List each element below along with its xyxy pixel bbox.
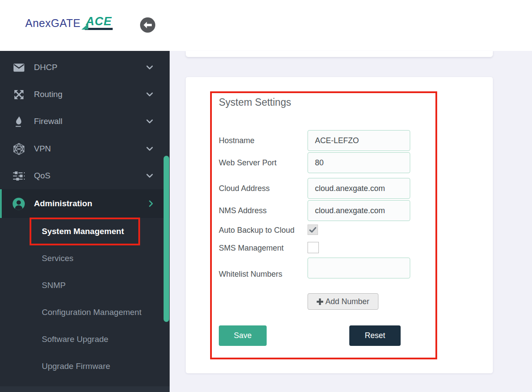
anexgate-ace-logo[interactable]: AnexGATE ACE (25, 16, 113, 30)
envelope-icon (12, 63, 25, 72)
chevron-down-icon (146, 65, 153, 70)
chevron-down-icon (146, 174, 153, 178)
logo-swoosh-shape (81, 23, 88, 30)
cloud-address-label: Cloud Address (219, 184, 270, 193)
sidebar-item-label: QoS (34, 171, 50, 181)
sidebar-item-label: VPN (34, 144, 51, 154)
whitelist-numbers-input[interactable] (308, 258, 410, 278)
sidebar-subitem-label: System Management (42, 227, 124, 236)
sidebar-nav: DHCP Routing (0, 51, 170, 392)
sidebar-subitem-label: Upgrade Firmware (42, 362, 110, 371)
sidebar-item-qos[interactable]: QoS (0, 162, 170, 189)
reset-button[interactable]: Reset (349, 325, 401, 346)
header-bar: AnexGATE ACE (0, 0, 532, 51)
sidebar-subitem-system-management[interactable]: System Management (0, 218, 170, 245)
sidebar-item-dhcp[interactable]: DHCP (0, 54, 170, 81)
sidebar-subitem-software-upgrade[interactable]: Software Upgrade (0, 326, 170, 353)
flame-icon (12, 116, 25, 127)
sms-management-label: SMS Management (219, 243, 284, 253)
sidebar-item-routing[interactable]: Routing (0, 81, 170, 108)
panel-title: System Settings (219, 97, 291, 108)
chevron-down-icon (146, 119, 153, 124)
arrow-left-icon (144, 22, 152, 28)
previous-card-bottom-edge (186, 51, 493, 57)
logo-product-text: ACE (86, 15, 112, 28)
whitelist-numbers-label: Whitelist Numbers (219, 269, 282, 279)
back-button[interactable] (140, 17, 155, 33)
crossing-arrows-icon (12, 89, 25, 100)
sidebar-item-vpn[interactable]: VPN (0, 135, 170, 162)
sidebar-item-administration[interactable]: Administration (0, 189, 170, 218)
nms-address-input[interactable] (308, 200, 410, 221)
web-server-port-label: Web Server Port (219, 158, 277, 168)
sidebar-subitem-label: SNMP (42, 281, 66, 290)
sidebar-subitem-upgrade-firmware[interactable]: Upgrade Firmware (0, 353, 170, 380)
sidebar-subitem-label: Software Upgrade (42, 335, 108, 344)
hexagon-mesh-icon (12, 143, 25, 155)
sidebar-scrollbar[interactable] (164, 156, 169, 322)
sidebar-item-label: Administration (34, 199, 92, 208)
hostname-label: Hostname (219, 136, 254, 145)
logo-brand-text: AnexGATE (25, 18, 80, 30)
system-settings-card: System Settings Hostname Web Server Port… (186, 77, 493, 373)
logo-product-wrap: ACE (85, 16, 113, 30)
sidebar-item-firewall[interactable]: Firewall (0, 108, 170, 135)
sidebar-item-label: Firewall (34, 117, 62, 126)
sidebar-subitem-services[interactable]: Services (0, 245, 170, 272)
app-root: AnexGATE ACE DHCP (0, 0, 532, 392)
nms-address-label: NMS Address (219, 206, 267, 215)
sidebar-subitem-label: Services (42, 254, 74, 263)
save-button[interactable]: Save (219, 325, 267, 346)
web-server-port-input[interactable] (308, 152, 410, 173)
add-number-label: Add Number (325, 297, 369, 306)
add-number-button[interactable]: Add Number (308, 293, 378, 310)
chevron-down-icon (146, 92, 153, 97)
sidebar-subitem-label: Configuration Management (42, 308, 141, 317)
sidebar-item-label: DHCP (34, 63, 57, 72)
plus-icon (317, 298, 323, 305)
auto-backup-label: Auto Backup to Cloud (219, 225, 294, 235)
sms-management-checkbox[interactable] (308, 242, 319, 253)
cloud-address-input[interactable] (308, 178, 410, 199)
sidebar-subitem-snmp[interactable]: SNMP (0, 272, 170, 299)
sliders-icon (12, 171, 25, 181)
chevron-down-icon (146, 147, 153, 151)
user-circle-icon (12, 197, 25, 211)
auto-backup-checkbox[interactable] (308, 224, 318, 235)
sidebar-item-label: Routing (34, 90, 63, 99)
sidebar-bottom-strip (0, 386, 170, 392)
hostname-input[interactable] (308, 130, 410, 151)
sidebar-subitem-configuration-management[interactable]: Configuration Management (0, 299, 170, 326)
chevron-right-icon (149, 200, 153, 207)
